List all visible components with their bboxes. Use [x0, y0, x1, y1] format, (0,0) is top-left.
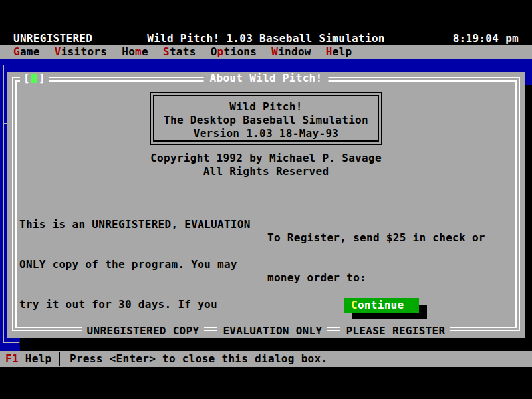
menu-item-home[interactable]: Home — [122, 45, 148, 59]
footer-register: PLEASE REGISTER — [340, 325, 450, 338]
menu-item-visitors[interactable]: Visitors — [55, 45, 107, 59]
about-dialog: [] About Wild Pitch! Wild Pitch! The Des… — [7, 72, 525, 338]
about-line-1: Wild Pitch! — [154, 100, 378, 114]
menu-item-window[interactable]: Window — [271, 45, 311, 59]
dialog-footer: UNREGISTERED COPY EVALUATION ONLY PLEASE… — [7, 325, 525, 338]
desktop: Scoreboard 1 Lineup Cards 2 [] About Wil… — [0, 59, 532, 351]
status-bar: F1 Help Press <Enter> to close this dial… — [0, 351, 532, 367]
about-info-box: Wild Pitch! The Desktop Baseball Simulat… — [150, 92, 382, 145]
register-address-2: PO Box 536, Glen Ridge, NJ 07028 — [267, 391, 492, 399]
menu-item-options[interactable]: Options — [211, 45, 257, 59]
footer-evaluation: EVALUATION ONLY — [217, 325, 327, 338]
menu-item-game[interactable]: Game — [13, 45, 40, 59]
menu-item-help[interactable]: Help — [326, 45, 352, 59]
close-button[interactable]: [] — [20, 72, 49, 85]
registration-status: UNREGISTERED — [13, 32, 92, 45]
dialog-shadow-right — [525, 85, 532, 351]
app-title: Wild Pitch! 1.03 Baseball Simulation — [147, 32, 385, 45]
title-bar: UNREGISTERED Wild Pitch! 1.03 Baseball S… — [0, 32, 532, 45]
footer-unregistered: UNREGISTERED COPY — [82, 325, 205, 338]
status-separator — [59, 352, 60, 366]
clock: 8:19:04 pm — [453, 32, 519, 45]
evaluation-notice: This is an UNREGISTERED, EVALUATION ONLY… — [19, 192, 251, 399]
status-message: Press <Enter> to close this dialog box. — [70, 351, 327, 367]
scoreboard-left-frame — [3, 65, 4, 343]
continue-button[interactable]: Continue — [344, 298, 419, 313]
copyright-text: Copyright 1992 by Michael P. Savage All … — [7, 152, 525, 178]
dialog-title: About Wild Pitch! — [204, 72, 329, 85]
screen: UNREGISTERED Wild Pitch! 1.03 Baseball S… — [0, 0, 532, 399]
f1-help-shortcut[interactable]: F1 Help — [5, 351, 52, 367]
close-icon — [31, 74, 37, 83]
scoreboard-bottom-frame — [3, 342, 20, 343]
about-line-2: The Desktop Baseball Simulation — [154, 114, 378, 127]
menu-item-stats[interactable]: Stats — [163, 45, 196, 59]
about-line-3: Version 1.03 18-May-93 — [154, 127, 378, 140]
menu-bar: Game Visitors Home Stats Options Window … — [0, 45, 532, 59]
